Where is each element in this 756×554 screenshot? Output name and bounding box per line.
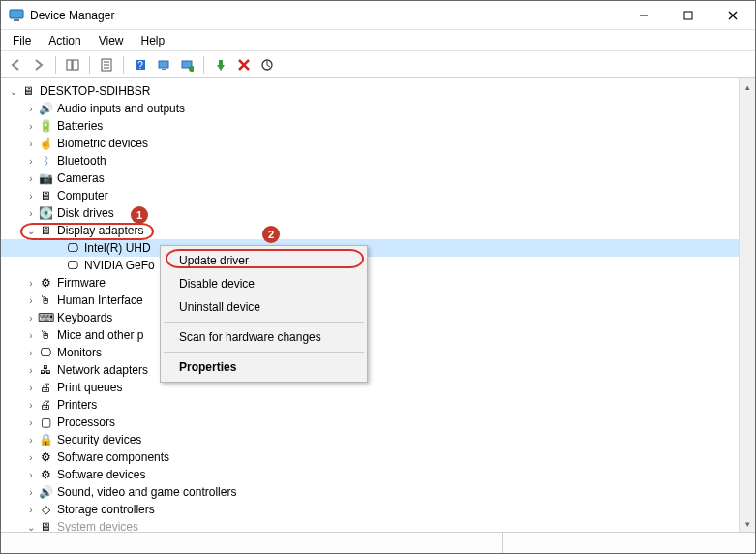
scan-changes-button[interactable] — [257, 54, 278, 76]
chevron-icon[interactable] — [24, 226, 38, 236]
tree-category[interactable]: 🖨Print queues — [1, 379, 755, 396]
tree-category[interactable]: ▢Processors — [1, 414, 755, 431]
tree-device[interactable]: 🖵Intel(R) UHD — [1, 239, 755, 257]
chevron-icon[interactable] — [24, 470, 38, 480]
tree-category[interactable]: 🖥System devices — [1, 518, 755, 532]
tree-category[interactable]: 🖱Human Interface — [1, 292, 755, 309]
device-category-icon: 🖨 — [38, 380, 53, 395]
chevron-icon[interactable] — [24, 365, 38, 376]
device-category-icon: ☝ — [38, 136, 53, 151]
tree-category[interactable]: ◇Storage controllers — [1, 501, 755, 518]
tree-category[interactable]: ⌨Keyboards — [1, 309, 755, 326]
tree-item-label: Software components — [57, 450, 169, 464]
tree-device[interactable]: 🖵NVIDIA GeFo — [1, 257, 755, 274]
help-button[interactable]: ? — [130, 54, 151, 76]
menu-action[interactable]: Action — [41, 32, 88, 49]
svg-rect-6 — [67, 60, 72, 70]
tree-category[interactable]: 🖵Monitors — [1, 344, 755, 361]
tree-root[interactable]: 🖥DESKTOP-SDIHBSR — [1, 82, 755, 100]
tree-category[interactable]: 🔒Security devices — [1, 431, 755, 448]
tree-category[interactable]: 🔊Sound, video and game controllers — [1, 483, 755, 501]
tree-category[interactable]: 🔊Audio inputs and outputs — [1, 100, 755, 117]
tree-category[interactable]: 💽Disk drives — [1, 204, 755, 222]
chevron-icon[interactable] — [24, 121, 38, 132]
context-menu-item[interactable]: Disable device — [164, 272, 364, 295]
tree-item-label: Printers — [57, 398, 97, 412]
minimize-button[interactable] — [621, 1, 666, 30]
menu-help[interactable]: Help — [134, 32, 173, 49]
tree-item-label: Software devices — [57, 468, 145, 481]
tree-item-label: Cameras — [57, 171, 105, 185]
show-hide-tree-button[interactable] — [62, 54, 83, 76]
chevron-icon[interactable] — [24, 208, 38, 219]
tree-item-label: Audio inputs and outputs — [57, 102, 185, 115]
tree-category[interactable]: 🖥Display adapters — [1, 222, 755, 239]
chevron-icon[interactable] — [24, 138, 38, 149]
device-category-icon: ▢ — [38, 415, 53, 430]
chevron-icon[interactable] — [24, 400, 38, 411]
tree-category[interactable]: ☝Biometric devices — [1, 135, 755, 152]
device-category-icon: ⌨ — [38, 310, 53, 325]
device-manager-window: Device Manager File Action View Help ? — [0, 0, 756, 554]
tree-category[interactable]: 🔋Batteries — [1, 117, 755, 135]
context-menu: Update driverDisable deviceUninstall dev… — [160, 245, 368, 383]
svg-rect-15 — [162, 69, 166, 70]
chevron-icon[interactable] — [24, 191, 38, 201]
tree-item-label: Monitors — [57, 346, 102, 359]
chevron-icon[interactable] — [7, 86, 20, 97]
context-menu-item[interactable]: Uninstall device — [164, 295, 364, 319]
context-menu-separator — [164, 352, 364, 353]
forward-button[interactable] — [28, 54, 49, 76]
tree-category[interactable]: ⚙Firmware — [1, 274, 755, 292]
device-category-icon: ⚙ — [38, 449, 53, 465]
scrollbar[interactable]: ▴ ▾ — [739, 78, 755, 532]
chevron-icon[interactable] — [24, 435, 38, 446]
menubar: File Action View Help — [1, 30, 755, 51]
statusbar — [1, 532, 755, 553]
tree-category[interactable]: ⚙Software devices — [1, 466, 755, 483]
chevron-icon[interactable] — [24, 348, 38, 358]
enable-device-button[interactable] — [210, 54, 231, 76]
chevron-icon[interactable] — [24, 313, 38, 323]
back-button[interactable] — [5, 54, 26, 76]
chevron-icon[interactable] — [24, 330, 38, 341]
chevron-icon[interactable] — [24, 505, 38, 515]
scan-hardware-button[interactable] — [153, 54, 174, 76]
chevron-icon[interactable] — [24, 417, 38, 428]
context-menu-item[interactable]: Update driver — [164, 249, 364, 272]
menu-view[interactable]: View — [91, 32, 132, 49]
scroll-up-button[interactable]: ▴ — [740, 78, 755, 95]
svg-rect-14 — [159, 61, 168, 68]
svg-text:?: ? — [137, 60, 143, 71]
tree-category[interactable]: 🖧Network adapters — [1, 361, 755, 379]
chevron-icon[interactable] — [24, 487, 38, 498]
tree-item-label: NVIDIA GeFo — [84, 259, 155, 272]
device-tree[interactable]: 🖥DESKTOP-SDIHBSR🔊Audio inputs and output… — [1, 78, 755, 532]
tree-category[interactable]: ⚙Software components — [1, 448, 755, 466]
chevron-icon[interactable] — [24, 452, 38, 463]
chevron-icon[interactable] — [24, 522, 38, 533]
tree-item-label: Disk drives — [57, 206, 114, 220]
maximize-button[interactable] — [666, 1, 711, 30]
chevron-icon[interactable] — [24, 278, 38, 289]
chevron-icon[interactable] — [24, 156, 38, 167]
chevron-icon[interactable] — [24, 295, 38, 306]
chevron-icon[interactable] — [24, 383, 38, 393]
uninstall-device-button[interactable] — [233, 54, 255, 76]
tree-category[interactable]: 🖥Computer — [1, 187, 755, 204]
tree-category[interactable]: 📷Cameras — [1, 169, 755, 187]
scroll-down-button[interactable]: ▾ — [740, 515, 755, 532]
tree-item-label: Intel(R) UHD — [84, 241, 151, 255]
tree-category[interactable]: 🖨Printers — [1, 396, 755, 414]
chevron-icon[interactable] — [24, 173, 38, 184]
context-menu-item[interactable]: Scan for hardware changes — [164, 325, 364, 349]
update-driver-button[interactable] — [176, 54, 197, 76]
close-button[interactable] — [711, 1, 755, 30]
chevron-icon[interactable] — [24, 104, 38, 114]
context-menu-item[interactable]: Properties — [164, 355, 364, 379]
properties-button[interactable] — [96, 54, 117, 76]
app-icon — [9, 8, 24, 23]
tree-category[interactable]: 🖱Mice and other p — [1, 326, 755, 344]
menu-file[interactable]: File — [5, 32, 39, 49]
tree-category[interactable]: ᛒBluetooth — [1, 152, 755, 169]
